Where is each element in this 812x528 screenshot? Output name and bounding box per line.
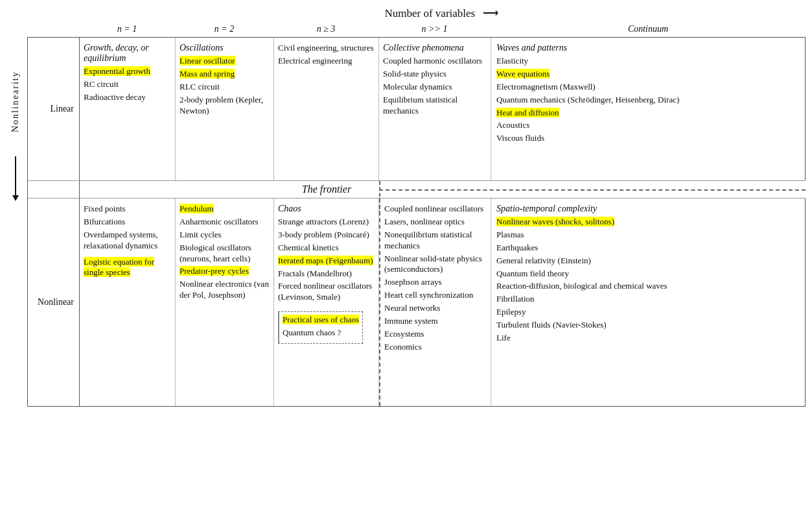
item-2body: 2-body problem (Kepler, Newton) xyxy=(180,95,270,117)
item-pendulum: Pendulum xyxy=(180,204,270,215)
cat-linear-n1: Growth, decay, or equilibrium xyxy=(84,43,171,64)
cell-linear-n4: Collective phenomena Coupled harmonic os… xyxy=(379,38,491,180)
item-lasers: Lasers, nonlinear optics xyxy=(384,217,487,228)
item-economics: Economics xyxy=(384,342,487,353)
item-acoustics: Acoustics xyxy=(496,120,800,131)
cat-nonlinear-cont: Spatio-temporal complexity xyxy=(496,204,800,214)
column-headers: n = 1 n = 2 n ≥ 3 n >> 1 Continuum xyxy=(27,24,806,34)
item-bio-osc: Biological oscillators (neurons, heart c… xyxy=(180,243,270,265)
item-rlc: RLC circuit xyxy=(180,82,270,93)
item-ecosys: Ecosystems xyxy=(384,329,487,340)
linear-label: Linear xyxy=(28,38,80,180)
item-reaction-diff: Reaction-diffusion, biological and chemi… xyxy=(496,281,800,292)
item-viscous: Viscous fluids xyxy=(496,133,800,144)
item-coupled-harm: Coupled harmonic oscillators xyxy=(383,56,487,67)
item-turbulent: Turbulent fluids (Navier-Stokes) xyxy=(496,320,800,331)
item-nl-solid: Nonlinear solid-state physics (semicondu… xyxy=(384,254,487,276)
cell-nonlinear-n1: Fixed points Bifurcations Overdamped sys… xyxy=(80,198,176,406)
nonlinearity-axis: Nonlinearity xyxy=(6,24,25,407)
col-header-n2: n = 2 xyxy=(175,24,273,34)
item-limit: Limit cycles xyxy=(180,230,270,241)
cell-nonlinear-n4: Coupled nonlinear oscillators Lasers, no… xyxy=(379,198,491,406)
item-nl-waves: Nonlinear waves (shocks, solitons) xyxy=(496,217,800,228)
item-gen-rel: General relativity (Einstein) xyxy=(496,256,800,267)
item-coupled-nl: Coupled nonlinear oscillators xyxy=(384,204,487,215)
practical-box: Practical uses of chaos Quantum chaos ? xyxy=(278,311,363,344)
cell-linear-cont: Waves and patterns Elasticity Wave equat… xyxy=(491,38,806,180)
item-nonlin-elec: Nonlinear electronics (van der Pol, Jose… xyxy=(180,279,270,301)
item-strange: Strange attractors (Lorenz) xyxy=(278,217,375,228)
item-epilepsy: Epilepsy xyxy=(496,307,800,318)
item-wave-eq: Wave equations xyxy=(496,69,800,80)
item-chem-kin: Chemical kinetics xyxy=(278,243,375,254)
item-linear-osc: Linear oscillator xyxy=(180,56,270,67)
nonlinear-label: Nonlinear xyxy=(28,198,80,406)
item-elasticity: Elasticity xyxy=(496,56,800,67)
linear-row: Linear Growth, decay, or equilibrium Exp… xyxy=(28,38,806,181)
item-earthquakes: Earthquakes xyxy=(496,243,800,254)
item-3body: 3-body problem (Poincaré) xyxy=(278,230,375,241)
cat-nonlinear-n3: Chaos xyxy=(278,204,375,214)
cell-nonlinear-cont: Spatio-temporal complexity Nonlinear wav… xyxy=(491,198,806,406)
item-logistic: Logistic equation for single species xyxy=(84,257,171,279)
cell-nonlinear-n3: Chaos Strange attractors (Lorenz) 3-body… xyxy=(274,198,379,406)
cat-linear-n4: Collective phenomena xyxy=(383,43,487,53)
col-header-n3: n ≥ 3 xyxy=(273,24,378,34)
nonlinear-row: Nonlinear Fixed points Bifurcations Over… xyxy=(28,198,806,407)
item-fixed: Fixed points xyxy=(84,204,171,215)
cell-linear-n2: Oscillations Linear oscillator Mass and … xyxy=(176,38,274,180)
page-title: Number of variables ⟶ xyxy=(6,6,806,20)
item-immune: Immune system xyxy=(384,316,487,327)
frontier-row: The frontier xyxy=(28,181,806,198)
item-elec-eng: Electrical engineering xyxy=(278,56,375,67)
frontier-text: The frontier xyxy=(302,184,351,195)
item-mass-spring: Mass and spring xyxy=(180,69,270,80)
item-fibrillation: Fibrillation xyxy=(496,294,800,305)
item-heat: Heat and diffusion xyxy=(496,108,800,119)
nonlinearity-label: Nonlinearity xyxy=(10,50,21,154)
item-iterated: Iterated maps (Feigenbaum) xyxy=(278,256,375,267)
item-josephson: Josephson arrays xyxy=(384,277,487,288)
header-title: Number of variables xyxy=(385,7,476,19)
item-predprey: Predator-prey cycles xyxy=(180,266,270,277)
cell-linear-n1: Growth, decay, or equilibrium Exponentia… xyxy=(80,38,176,180)
item-anharm: Anharmonic oscillators xyxy=(180,217,270,228)
item-em: Electromagnetism (Maxwell) xyxy=(496,82,800,93)
col-header-n1: n = 1 xyxy=(79,24,175,34)
item-bifurc: Bifurcations xyxy=(84,217,171,228)
col-header-n4: n >> 1 xyxy=(378,24,491,34)
frontier-label-area: The frontier xyxy=(80,181,806,198)
header-arrow: ⟶ xyxy=(483,7,498,19)
cat-linear-n2: Oscillations xyxy=(180,43,270,53)
item-mol-dyn: Molecular dynamics xyxy=(383,82,487,93)
item-noneq-stat: Nonequilibrium statistical mechanics xyxy=(384,230,487,252)
main-table: Linear Growth, decay, or equilibrium Exp… xyxy=(27,37,806,407)
item-rc: RC circuit xyxy=(84,79,171,90)
cell-nonlinear-n2: Pendulum Anharmonic oscillators Limit cy… xyxy=(176,198,274,406)
item-fractals: Fractals (Mandelbrot) xyxy=(278,269,375,280)
item-radioactive: Radioactive decay xyxy=(84,92,171,103)
item-solid-state: Solid-state physics xyxy=(383,69,487,80)
item-exp-growth: Exponential growth xyxy=(84,66,171,77)
item-civil: Civil engineering, structures xyxy=(278,43,375,54)
item-forced: Forced nonlinear oscillators (Levinson, … xyxy=(278,281,375,303)
item-plasmas: Plasmas xyxy=(496,230,800,241)
axis-arrow-container xyxy=(12,156,19,201)
item-qft: Quantum field theory xyxy=(496,269,800,280)
item-heart: Heart cell synchronization xyxy=(384,290,487,301)
item-overdamped: Overdamped systems, relaxational dynamic… xyxy=(84,230,171,252)
item-neural: Neural networks xyxy=(384,303,487,314)
item-qm: Quantum mechanics (Schrödinger, Heisenbe… xyxy=(496,95,800,106)
page: Number of variables ⟶ Nonlinearity n = 1… xyxy=(0,0,812,528)
table-area: n = 1 n = 2 n ≥ 3 n >> 1 Continuum Linea… xyxy=(27,24,806,407)
item-practical: Practical uses of chaos xyxy=(283,315,359,326)
item-quantum-chaos: Quantum chaos ? xyxy=(283,328,359,339)
cat-linear-cont: Waves and patterns xyxy=(496,43,800,53)
col-header-cont: Continuum xyxy=(491,24,806,34)
cell-linear-n3: Civil engineering, structures Electrical… xyxy=(274,38,379,180)
item-equil-stat: Equilibrium statistical mechanics xyxy=(383,95,487,117)
item-life: Life xyxy=(496,333,800,344)
